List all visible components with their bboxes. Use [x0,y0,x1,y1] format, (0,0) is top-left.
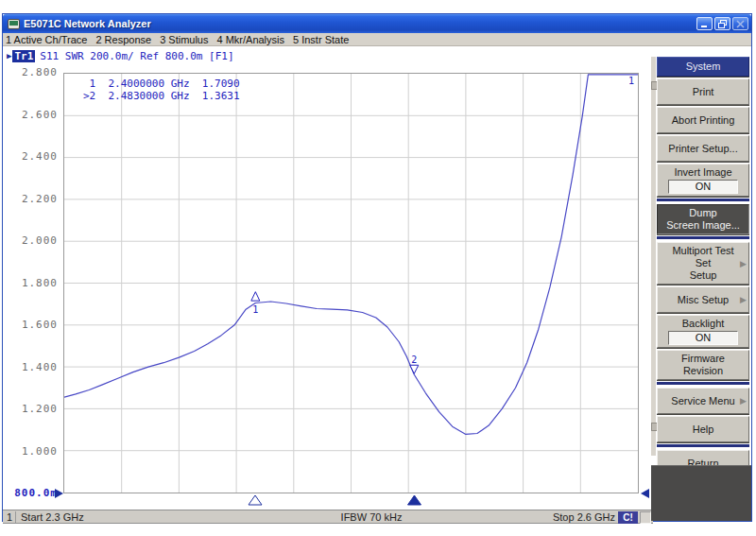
channel-number: 1 [4,511,16,523]
y-axis-tick-label: 1.200 [3,403,58,415]
stimulus-marker-strip [63,494,639,508]
reference-level-right-icon [641,489,649,498]
app-window: E5071C Network Analyzer 1 Ac [2,13,752,522]
submenu-arrow-icon: ▶ [740,294,747,306]
softkey-label: Dump [689,207,716,219]
active-trace-pointer-icon: ▶ [7,51,11,61]
menu-item[interactable]: 4 Mkr/Analysis [216,34,284,45]
submenu-arrow-icon: ▶ [740,257,747,269]
y-axis-tick-label: 2.200 [3,193,58,205]
marker-readout-line: 1 2.4000000 GHz 1.7090 [83,78,240,90]
y-axis-tick-label: 1.000 [3,445,58,458]
softkey-invert-image[interactable]: Invert ImageON [657,164,749,197]
menu-item[interactable]: 5 Instr State [293,34,349,45]
softkey-service-menu[interactable]: Service Menu▶ [657,388,749,414]
softkey-abort-printing[interactable]: Abort Printing [657,107,749,133]
y-axis-tick-label: 2.800 [3,66,58,78]
softkey-help[interactable]: Help [657,416,749,442]
y-axis-tick-label: 1.800 [3,277,58,289]
softkey-menu-title: System [657,57,749,77]
ifbw-label: IFBW 70 kHz [286,511,456,523]
plot-area[interactable]: 112 1 2.4000000 GHz 1.7090>2 2.4830000 G… [63,73,639,493]
trace-parameters-text: S11 SWR 200.0m/ Ref 800.0m [F1] [40,50,233,62]
y-axis-tick-label: 2.600 [3,109,58,121]
softkey-label: Setup [690,269,717,282]
status-bar: 1 Start 2.3 GHz IFBW 70 kHz Stop 2.6 GHz… [3,510,653,524]
softkey-print[interactable]: Print [657,78,749,105]
active-marker-stimulus-icon[interactable] [407,495,421,505]
marker-readout-line: >2 2.4830000 GHz 1.3631 [83,90,240,102]
marker-readout: 1 2.4000000 GHz 1.7090>2 2.4830000 GHz 1… [83,78,240,102]
active-marker-number: 2 [411,354,417,365]
menu-item[interactable]: 2 Response [95,34,151,45]
softkey-label: Service Menu [671,395,734,407]
softkey-label: Firmware [681,353,725,365]
close-button[interactable] [732,17,748,30]
softkey-label: Backlight [682,318,725,330]
softkey-group-separator [657,444,749,447]
softkey-group-separator [657,382,749,385]
minimize-button[interactable] [696,17,713,30]
minimize-icon [700,20,709,27]
softkey-toggle-state: ON [668,180,738,194]
softkey-multiport-test-set-setup[interactable]: Multiport Test SetSetup▶ [657,242,749,285]
active-marker-triangle-icon [410,365,419,373]
menu-item[interactable]: 1 Active Ch/Trace [6,34,87,45]
softkey-sidebar: SystemPrintAbort PrintingPrinter Setup..… [651,47,751,521]
screenshot-page: E5071C Network Analyzer 1 Ac [0,0,756,536]
y-axis-tick-label: 1.600 [3,319,58,331]
y-axis-reference-label: 800.0m [3,487,58,499]
menu-item[interactable]: 3 Stimulus [160,34,208,45]
softkey-misc-setup[interactable]: Misc Setup▶ [657,286,749,313]
menu-bar: 1 Active Ch/Trace2 Response3 Stimulus4 M… [3,33,751,46]
softkey-label: Screen Image... [666,219,740,232]
sidebar-filler [651,465,751,521]
trace-status-line: ▶ Tr1 S11 SWR 200.0m/ Ref 800.0m [F1] [7,49,234,62]
softkey-label: Invert Image [674,166,731,179]
softkey-label: Multiport Test Set [663,245,743,269]
softkey-label: Help [693,424,714,436]
y-axis-tick-label: 2.400 [3,150,58,163]
y-axis-tick-label: 2.000 [3,234,58,247]
restore-button[interactable] [714,17,730,30]
marker-triangle-icon [251,292,260,302]
softkey-label: Printer Setup... [668,143,737,155]
window-title: E5071C Network Analyzer [24,18,696,29]
softkey-label: Abort Printing [672,114,735,127]
marker-number: 1 [252,304,258,315]
window-controls [696,17,748,30]
softkey-dump-screen-image[interactable]: DumpScreen Image... [657,204,749,234]
softkey-toggle-state: ON [668,331,738,345]
cal-status-badge: C! [618,511,638,524]
close-icon [736,20,745,28]
swr-trace-plot: 112 [64,74,638,493]
marker-stimulus-icon[interactable] [249,495,262,505]
title-bar[interactable]: E5071C Network Analyzer [3,14,751,33]
start-frequency-label: Start 2.3 GHz [21,511,84,523]
y-axis-tick-label: 1.400 [3,361,58,373]
softkey-group-separator [657,236,749,239]
softkey-firmware-revision[interactable]: FirmwareRevision [657,350,749,380]
softkey-label: Print [693,86,714,98]
softkey-group-separator [657,199,749,201]
client-area: ▶ Tr1 S11 SWR 200.0m/ Ref 800.0m [F1] 11… [3,47,751,521]
softkey-backlight[interactable]: BacklightON [657,315,749,348]
softkey-label: Revision [683,365,723,377]
submenu-arrow-icon: ▶ [740,395,747,407]
trace-badge[interactable]: Tr1 [12,50,35,62]
stop-frequency-label: Stop 2.6 GHz [553,511,615,523]
app-icon [8,19,20,29]
softkey-column: SystemPrintAbort PrintingPrinter Setup..… [656,57,750,478]
trace-end-number: 1 [628,76,634,86]
status-bar-end-cell [640,511,651,524]
reference-level-left-icon [55,489,63,498]
softkey-printer-setup[interactable]: Printer Setup... [657,135,749,162]
softkey-label: Misc Setup [678,294,729,306]
restore-icon [718,20,727,28]
